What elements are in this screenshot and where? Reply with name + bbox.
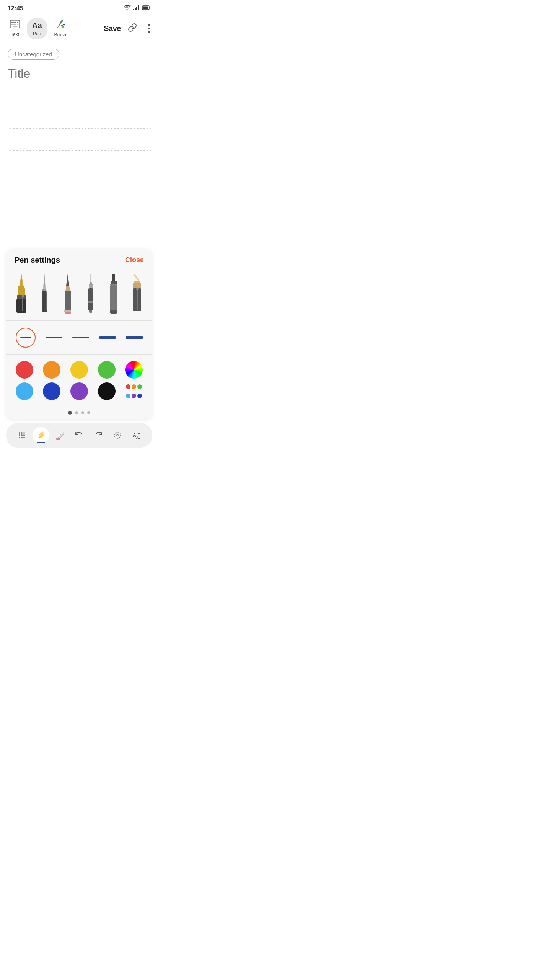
svg-rect-13 xyxy=(17,22,18,23)
stroke-size-2[interactable] xyxy=(72,337,89,338)
keyboard-icon xyxy=(10,20,20,31)
category-tag[interactable]: Uncategorized xyxy=(8,49,59,60)
pen-settings-close-button[interactable]: Close xyxy=(125,256,144,264)
brush-tool-icon xyxy=(55,20,65,31)
color-purple[interactable] xyxy=(70,382,88,400)
more-colors-button[interactable] xyxy=(125,382,143,400)
svg-rect-57 xyxy=(134,281,140,283)
grid-button[interactable] xyxy=(13,427,30,444)
svg-text:A: A xyxy=(133,433,136,438)
svg-rect-4 xyxy=(136,7,137,10)
svg-rect-16 xyxy=(15,24,16,25)
pen-type-pencil[interactable] xyxy=(59,272,77,314)
dotted-line-6 xyxy=(8,195,151,217)
pagination-dot-3[interactable] xyxy=(81,411,84,414)
color-lightblue[interactable] xyxy=(16,382,33,400)
svg-rect-8 xyxy=(143,6,148,9)
status-bar: 12:45 xyxy=(0,0,158,15)
dotted-line-1 xyxy=(8,84,151,106)
pagination-dots xyxy=(6,408,152,419)
svg-point-19 xyxy=(61,25,63,27)
toolbar-item-text[interactable]: Text xyxy=(5,17,25,40)
eraser-button[interactable] xyxy=(52,427,68,444)
color-yellow[interactable] xyxy=(70,361,88,379)
svg-point-20 xyxy=(63,24,65,26)
pen-type-fountain[interactable] xyxy=(12,272,31,314)
svg-point-63 xyxy=(21,432,23,434)
more-options-icon[interactable]: ⋮ xyxy=(144,24,154,34)
pen-type-mechanical[interactable] xyxy=(82,272,100,314)
stroke-size-3[interactable] xyxy=(99,336,116,339)
dotted-line-4 xyxy=(8,151,151,173)
pen-type-marker[interactable] xyxy=(104,272,123,314)
toolbar-left: Text Aa Pen Brush xyxy=(5,16,104,41)
redo-button[interactable] xyxy=(90,427,107,444)
svg-marker-38 xyxy=(65,286,70,291)
bottom-toolbar: A A xyxy=(6,423,152,448)
pagination-dot-4[interactable] xyxy=(87,411,90,414)
svg-rect-41 xyxy=(65,312,71,314)
dotted-line-3 xyxy=(8,129,151,151)
undo-button[interactable] xyxy=(71,427,88,444)
lasso-button[interactable] xyxy=(109,427,126,444)
svg-rect-35 xyxy=(46,292,47,310)
pen-settings-title: Pen settings xyxy=(15,256,60,265)
signal-icon xyxy=(133,5,140,12)
svg-rect-2 xyxy=(133,9,134,10)
svg-marker-56 xyxy=(134,274,139,281)
color-blue[interactable] xyxy=(43,382,60,400)
svg-rect-25 xyxy=(18,288,25,296)
text-tool-label: Text xyxy=(11,32,19,37)
color-row-2 xyxy=(11,382,148,400)
status-time: 12:45 xyxy=(8,5,23,12)
svg-point-36 xyxy=(46,291,47,293)
svg-text:A: A xyxy=(136,436,139,439)
stroke-size-thin-selected[interactable] xyxy=(16,328,36,348)
pagination-dot-2[interactable] xyxy=(75,411,78,414)
tag-area: Uncategorized xyxy=(0,42,158,63)
svg-rect-12 xyxy=(15,22,16,23)
svg-rect-39 xyxy=(65,291,71,312)
svg-rect-3 xyxy=(135,8,136,10)
pen-tool-label: Pen xyxy=(33,31,41,36)
svg-rect-55 xyxy=(110,310,117,314)
note-content[interactable] xyxy=(0,84,158,245)
svg-point-65 xyxy=(19,434,20,436)
svg-point-21 xyxy=(62,26,64,28)
stroke-size-4[interactable] xyxy=(126,336,143,339)
svg-point-61 xyxy=(136,288,139,290)
link-icon[interactable] xyxy=(128,23,137,34)
toolbar-item-pen[interactable]: Aa Pen xyxy=(27,18,47,39)
svg-rect-50 xyxy=(89,310,92,313)
pen-type-ballpoint[interactable] xyxy=(35,272,54,314)
svg-rect-14 xyxy=(11,24,13,25)
svg-point-73 xyxy=(114,432,121,438)
stroke-size-1[interactable] xyxy=(46,337,62,338)
color-palette xyxy=(6,355,152,408)
svg-rect-28 xyxy=(22,296,23,311)
svg-marker-37 xyxy=(66,274,69,286)
pen-type-calligraphy[interactable] xyxy=(128,272,146,314)
svg-rect-27 xyxy=(16,299,26,313)
svg-point-66 xyxy=(21,434,23,436)
svg-rect-32 xyxy=(43,287,46,289)
color-row-1 xyxy=(11,361,148,379)
color-black[interactable] xyxy=(98,382,116,400)
title-input[interactable] xyxy=(8,67,151,81)
svg-rect-17 xyxy=(17,24,18,25)
text-size-button[interactable]: A A xyxy=(128,427,145,444)
svg-rect-24 xyxy=(18,286,24,288)
color-wheel-picker[interactable] xyxy=(125,361,143,379)
pagination-dot-1[interactable] xyxy=(68,411,72,415)
toolbar: Text Aa Pen Brush Save xyxy=(0,15,158,42)
svg-point-69 xyxy=(21,437,23,438)
toolbar-item-brush[interactable]: Brush xyxy=(49,16,72,41)
dotted-line-2 xyxy=(8,106,151,129)
color-green[interactable] xyxy=(98,361,116,379)
color-red[interactable] xyxy=(16,361,33,379)
title-area xyxy=(0,63,158,84)
save-button[interactable]: Save xyxy=(104,24,121,33)
color-orange[interactable] xyxy=(43,361,60,379)
pen-active-button[interactable] xyxy=(33,427,49,444)
svg-rect-5 xyxy=(138,5,139,10)
